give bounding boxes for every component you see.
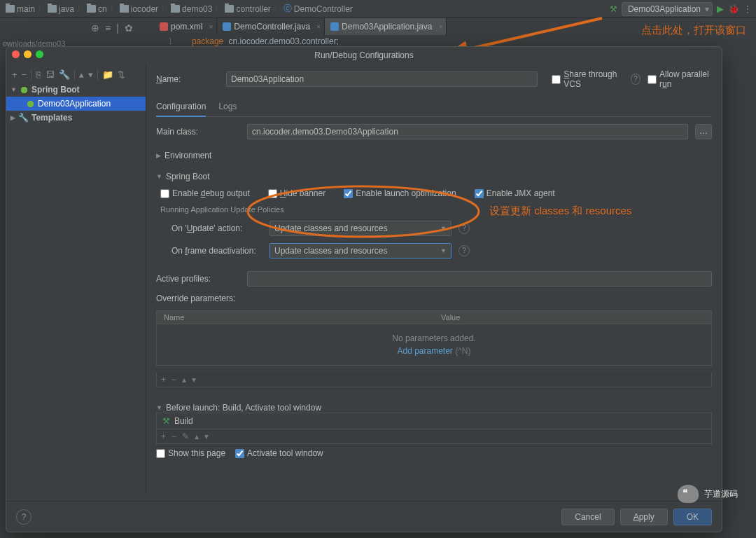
dialog-main: Name: Share through VCS ? Allow parallel… <box>146 64 722 495</box>
wechat-icon <box>678 485 699 503</box>
maximize-icon[interactable] <box>36 50 43 58</box>
folder-icon[interactable]: 📁 <box>102 69 113 80</box>
run-debug-dialog: Run/Debug Configurations + − ⎘ 🖫 🔧 ▴ ▾ 📁… <box>6 46 722 532</box>
config-tabs: Configuration Logs <box>156 99 712 117</box>
tree-templates[interactable]: ▶🔧Templates <box>6 111 146 125</box>
no-params-text: No parameters added. <box>392 333 475 343</box>
hammer-icon: ⚒ <box>162 416 170 426</box>
before-launch-tools: + − ✎ ▴ ▾ <box>156 429 712 444</box>
on-update-combo[interactable]: Update classes and resources▼ <box>270 221 451 236</box>
environment-section[interactable]: ▶Environment <box>156 151 712 160</box>
watermark: 芋道源码 <box>678 485 738 503</box>
up-icon[interactable]: ▴ <box>79 69 84 80</box>
name-input[interactable] <box>226 71 538 87</box>
tab-configuration[interactable]: Configuration <box>156 99 206 117</box>
tree-selected-app[interactable]: Demo03Application <box>6 97 146 111</box>
dialog-footer: ? Cancel Apply OK <box>6 501 722 532</box>
help-icon[interactable]: ? <box>631 74 640 85</box>
cancel-button[interactable]: Cancel <box>561 509 614 525</box>
before-launch-list: ⚒Build <box>156 413 712 429</box>
name-label: Name: <box>156 74 219 84</box>
hide-banner-checkbox[interactable]: Hide banner <box>268 188 326 198</box>
help-icon[interactable]: ? <box>458 223 470 234</box>
add-icon[interactable]: + <box>12 69 18 80</box>
param-tools: + − ▴ ▾ <box>156 373 712 387</box>
copy-icon[interactable]: ⎘ <box>36 69 41 80</box>
tab-logs[interactable]: Logs <box>218 99 237 116</box>
jmx-agent-checkbox[interactable]: Enable JMX agent <box>475 188 555 198</box>
add-icon[interactable]: + <box>161 375 166 385</box>
more-icon[interactable]: ⋮ <box>743 4 752 14</box>
add-parameter-link[interactable]: Add parameter <box>397 346 452 356</box>
target-icon[interactable]: ⊕ <box>91 22 99 34</box>
debug-output-checkbox[interactable]: Enable debug output <box>160 188 250 198</box>
minimize-icon[interactable] <box>24 50 31 58</box>
top-bar: main〉 java〉 cn〉 iocoder〉 demo03〉 control… <box>0 0 756 18</box>
col-name: Name <box>157 311 434 324</box>
browse-button[interactable]: … <box>695 124 712 139</box>
params-table: NameValue No parameters added. Add param… <box>156 310 712 366</box>
annotation-top: 点击此处，打开该窗口 <box>641 24 746 37</box>
main-class-input[interactable] <box>247 124 688 139</box>
run-icon[interactable]: ▶ <box>717 4 724 14</box>
edit-icon[interactable]: ✎ <box>182 432 189 441</box>
on-frame-combo[interactable]: Update classes and resources▼ <box>270 243 451 258</box>
active-profiles-label: Active profiles: <box>156 274 240 284</box>
expand-icon[interactable]: ⇅ <box>118 69 125 80</box>
gear-icon[interactable]: ✿ <box>125 22 133 34</box>
down-icon[interactable]: ▾ <box>204 432 209 441</box>
tree-spring-boot[interactable]: ▼Spring Boot <box>6 83 146 97</box>
up-icon[interactable]: ▴ <box>182 375 186 385</box>
help-button[interactable]: ? <box>16 509 31 525</box>
main-class-label: Main class: <box>156 127 240 137</box>
on-frame-label: On frame deactivation: <box>172 246 262 256</box>
apply-button[interactable]: Apply <box>620 509 668 525</box>
before-launch-section[interactable]: ▼Before launch: Build, Activate tool win… <box>156 403 712 413</box>
tab-controller[interactable]: DemoController.java× <box>217 18 325 35</box>
remove-icon[interactable]: − <box>22 69 27 80</box>
close-window-icon[interactable] <box>12 50 20 58</box>
parallel-run-checkbox[interactable]: Allow parallel run <box>648 69 712 89</box>
dialog-title: Run/Debug Configurations <box>314 50 413 60</box>
close-icon[interactable]: × <box>439 23 443 31</box>
help-icon[interactable]: ? <box>458 245 470 256</box>
close-icon[interactable]: × <box>316 23 321 31</box>
spring-boot-section[interactable]: ▼Spring Boot <box>156 172 712 181</box>
dialog-titlebar[interactable]: Run/Debug Configurations <box>6 47 722 64</box>
code-line: 1 package cn.iocoder.demo03.controller; <box>168 36 339 46</box>
add-icon[interactable]: + <box>161 432 166 441</box>
close-icon[interactable]: × <box>209 23 214 31</box>
ok-button[interactable]: OK <box>673 509 712 525</box>
launch-optimization-checkbox[interactable]: Enable launch optimization <box>344 188 456 198</box>
tab-application[interactable]: Demo03Application.java× <box>325 18 447 35</box>
remove-icon[interactable]: − <box>172 375 176 385</box>
hammer-icon[interactable]: ⚒ <box>610 4 617 14</box>
save-icon[interactable]: 🖫 <box>46 69 55 80</box>
run-config-selector[interactable]: Demo03Application <box>622 2 713 16</box>
editor-tabs: pom.xml× DemoController.java× Demo03Appl… <box>154 18 447 35</box>
down-icon[interactable]: ▾ <box>88 69 93 80</box>
override-params-label: Override parameters: <box>156 294 712 303</box>
activate-tool-window-checkbox[interactable]: Activate tool window <box>235 448 323 458</box>
remove-icon[interactable]: − <box>172 432 176 441</box>
dialog-sidebar: + − ⎘ 🖫 🔧 ▴ ▾ 📁 ⇅ ▼Spring Boot Demo03App… <box>6 64 146 495</box>
annotation-settings: 设置更新 classes 和 resources <box>489 205 631 218</box>
collapse-icon[interactable]: ≡ <box>105 22 111 34</box>
col-value: Value <box>434 311 711 324</box>
wrench-icon[interactable]: 🔧 <box>59 69 70 80</box>
breadcrumb[interactable]: main〉 java〉 cn〉 iocoder〉 demo03〉 control… <box>4 3 610 15</box>
show-page-checkbox[interactable]: Show this page <box>156 448 225 458</box>
up-icon[interactable]: ▴ <box>195 432 199 441</box>
debug-icon[interactable]: 🐞 <box>728 4 739 14</box>
active-profiles-input[interactable] <box>247 271 712 287</box>
tab-pom[interactable]: pom.xml× <box>154 18 217 35</box>
build-task[interactable]: ⚒Build <box>157 413 711 429</box>
share-vcs-checkbox[interactable]: Share through VCS <box>552 69 624 89</box>
down-icon[interactable]: ▾ <box>192 375 196 385</box>
on-update-label: On 'Update' action: <box>172 223 262 233</box>
